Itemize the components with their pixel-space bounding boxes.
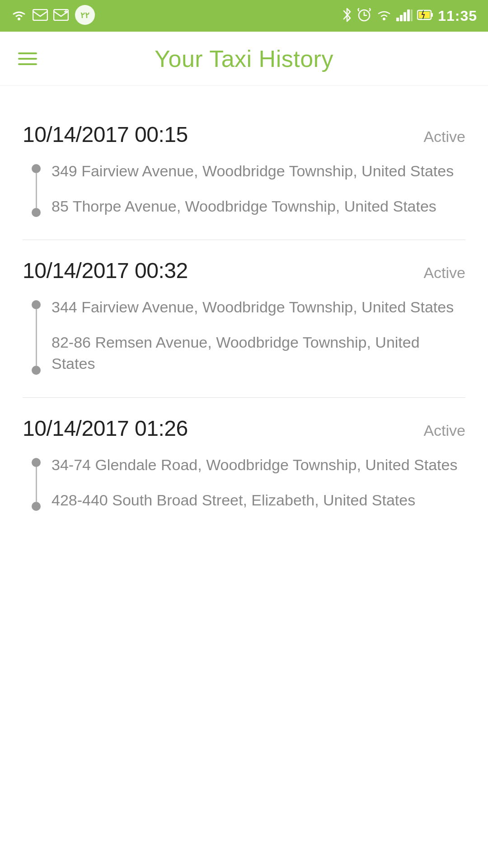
ride-item-1[interactable]: 10/14/2017 00:15 Active 349 Fairview Ave… bbox=[23, 104, 465, 240]
ride-header-3: 10/14/2017 01:26 Active bbox=[23, 416, 465, 441]
route-addresses-2: 344 Fairview Avenue, Woodbridge Township… bbox=[52, 297, 465, 375]
alarm-icon bbox=[357, 7, 372, 24]
status-bar-right-icons: 11:35 bbox=[342, 7, 477, 24]
email-alt-icon bbox=[53, 9, 69, 23]
battery-icon bbox=[417, 9, 433, 23]
svg-text:۲۲: ۲۲ bbox=[80, 11, 89, 20]
bluetooth-icon bbox=[342, 7, 352, 24]
svg-point-0 bbox=[18, 18, 20, 20]
ride-to-address-2: 82-86 Remsen Avenue, Woodbridge Township… bbox=[52, 332, 465, 375]
svg-rect-17 bbox=[431, 13, 433, 17]
route-line-3 bbox=[36, 467, 37, 502]
signal-bars-icon bbox=[396, 9, 413, 23]
wifi-icon bbox=[11, 9, 27, 23]
menu-line-1 bbox=[18, 52, 37, 54]
ride-datetime-1: 10/14/2017 00:15 bbox=[23, 122, 188, 147]
svg-rect-11 bbox=[396, 18, 399, 21]
svg-rect-15 bbox=[411, 9, 413, 21]
ride-route-1: 349 Fairview Avenue, Woodbridge Township… bbox=[23, 160, 465, 217]
ride-status-1: Active bbox=[423, 128, 465, 146]
ride-status-2: Active bbox=[423, 264, 465, 282]
menu-button[interactable] bbox=[18, 52, 37, 65]
page-title: Your Taxi History bbox=[155, 45, 333, 72]
ride-to-address-1: 85 Thorpe Avenue, Woodbridge Township, U… bbox=[52, 196, 465, 217]
status-time: 11:35 bbox=[438, 8, 477, 24]
ride-datetime-2: 10/14/2017 00:32 bbox=[23, 258, 188, 283]
svg-rect-13 bbox=[404, 12, 406, 21]
route-dot-end-2 bbox=[32, 366, 41, 375]
ride-header-2: 10/14/2017 00:32 Active bbox=[23, 258, 465, 283]
svg-rect-1 bbox=[33, 9, 47, 20]
email-icon bbox=[33, 9, 48, 23]
ride-status-3: Active bbox=[423, 422, 465, 439]
status-bar-left-icons: ۲۲ bbox=[11, 4, 96, 28]
rides-list: 10/14/2017 00:15 Active 349 Fairview Ave… bbox=[0, 86, 488, 561]
app-header: Your Taxi History bbox=[0, 32, 488, 86]
ride-from-address-2: 344 Fairview Avenue, Woodbridge Township… bbox=[52, 297, 465, 318]
ride-datetime-3: 10/14/2017 01:26 bbox=[23, 416, 188, 441]
route-connector-1 bbox=[32, 160, 41, 217]
route-dot-end-1 bbox=[32, 208, 41, 217]
route-dot-start-1 bbox=[32, 164, 41, 173]
route-dot-start-3 bbox=[32, 458, 41, 467]
status-bar: ۲۲ bbox=[0, 0, 488, 32]
menu-line-2 bbox=[18, 58, 37, 60]
route-dot-end-3 bbox=[32, 502, 41, 511]
ride-to-address-3: 428-440 South Broad Street, Elizabeth, U… bbox=[52, 490, 465, 511]
svg-point-10 bbox=[383, 18, 385, 20]
route-connector-3 bbox=[32, 454, 41, 511]
wifi-alt-icon bbox=[376, 9, 392, 23]
ride-route-2: 344 Fairview Avenue, Woodbridge Township… bbox=[23, 297, 465, 375]
ride-from-address-3: 34-74 Glendale Road, Woodbridge Township… bbox=[52, 454, 465, 476]
ride-item-3[interactable]: 10/14/2017 01:26 Active 34-74 Glendale R… bbox=[23, 398, 465, 533]
menu-line-3 bbox=[18, 63, 37, 65]
svg-rect-14 bbox=[407, 9, 410, 21]
svg-rect-12 bbox=[400, 15, 403, 21]
route-dot-start-2 bbox=[32, 300, 41, 309]
ride-item-2[interactable]: 10/14/2017 00:32 Active 344 Fairview Ave… bbox=[23, 240, 465, 398]
route-addresses-3: 34-74 Glendale Road, Woodbridge Township… bbox=[52, 454, 465, 511]
badge-22-icon: ۲۲ bbox=[74, 4, 96, 28]
ride-header-1: 10/14/2017 00:15 Active bbox=[23, 122, 465, 147]
route-line-2 bbox=[36, 309, 37, 366]
route-line-1 bbox=[36, 173, 37, 208]
ride-route-3: 34-74 Glendale Road, Woodbridge Township… bbox=[23, 454, 465, 511]
route-addresses-1: 349 Fairview Avenue, Woodbridge Township… bbox=[52, 160, 465, 217]
ride-from-address-1: 349 Fairview Avenue, Woodbridge Township… bbox=[52, 160, 465, 182]
route-connector-2 bbox=[32, 297, 41, 375]
